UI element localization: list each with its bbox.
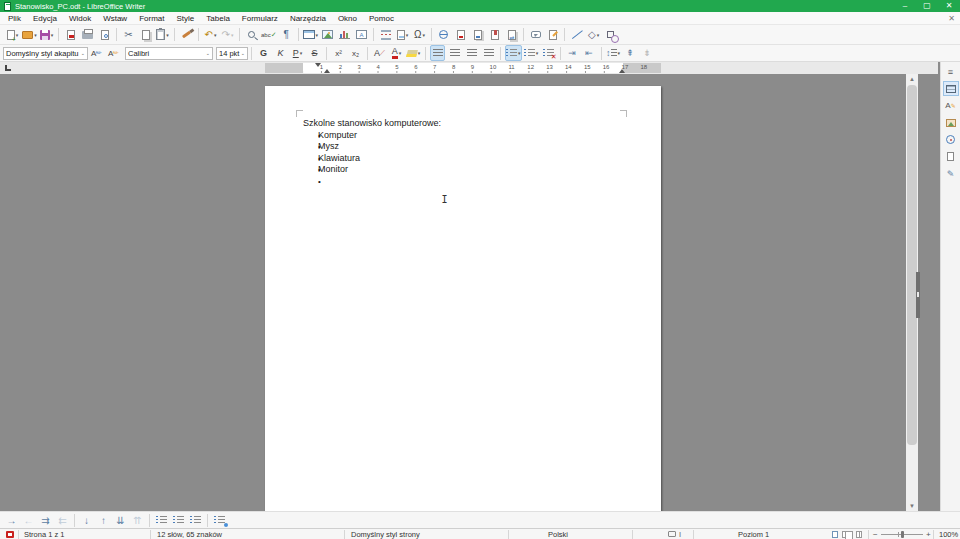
highlight-color-button[interactable]: ▾ bbox=[406, 45, 421, 61]
strikethrough-button[interactable]: S bbox=[307, 45, 322, 61]
increase-indent-button[interactable]: ⇥ bbox=[565, 45, 580, 61]
new-style-button[interactable]: A✎ bbox=[106, 45, 121, 61]
insert-special-character-button[interactable]: Ω▾ bbox=[412, 27, 427, 43]
menu-narzedzia[interactable]: Narzędzia bbox=[284, 12, 332, 25]
insert-image-button[interactable] bbox=[320, 27, 335, 43]
zoom-slider-thumb[interactable] bbox=[901, 531, 904, 538]
minimize-button[interactable]: – bbox=[894, 0, 916, 12]
scroll-up-icon[interactable]: ▲ bbox=[906, 74, 918, 84]
insert-table-button[interactable]: ▾ bbox=[303, 27, 319, 43]
italic-button[interactable]: K bbox=[273, 45, 288, 61]
word-count-status[interactable]: 12 słów, 65 znaków bbox=[157, 530, 222, 539]
print-preview-button[interactable] bbox=[97, 27, 112, 43]
insert-line-button[interactable] bbox=[569, 27, 584, 43]
line-spacing-button[interactable]: ↕▾ bbox=[606, 45, 621, 61]
menu-widok[interactable]: Widok bbox=[63, 12, 97, 25]
clear-formatting-button[interactable]: A⟋ bbox=[372, 45, 387, 61]
copy-button[interactable] bbox=[138, 27, 153, 43]
undo-button[interactable]: ↶▾ bbox=[203, 27, 218, 43]
subscript-button[interactable]: x₂ bbox=[348, 45, 363, 61]
menu-okno[interactable]: Okno bbox=[332, 12, 363, 25]
align-center-button[interactable] bbox=[447, 45, 462, 61]
demote-with-subpoints-button[interactable]: ⇉ bbox=[38, 512, 53, 528]
menu-formularz[interactable]: Formularz bbox=[236, 12, 284, 25]
list-item[interactable]: •Komputer bbox=[303, 130, 625, 142]
clone-formatting-button[interactable] bbox=[179, 27, 194, 43]
insert-page-break-button[interactable] bbox=[378, 27, 393, 43]
superscript-button[interactable]: x² bbox=[331, 45, 346, 61]
no-list-bottom-button[interactable] bbox=[212, 512, 227, 528]
insert-cross-reference-button[interactable]: ⇄ bbox=[504, 27, 519, 43]
first-line-indent-marker[interactable] bbox=[315, 63, 321, 67]
menu-wstaw[interactable]: Wstaw bbox=[97, 12, 133, 25]
align-left-button[interactable] bbox=[430, 45, 445, 61]
scrollbar-thumb[interactable] bbox=[907, 85, 917, 445]
paste-button[interactable]: ▾ bbox=[155, 27, 170, 43]
basic-shapes-button[interactable]: ◇▾ bbox=[586, 27, 601, 43]
insert-footnote-button[interactable] bbox=[453, 27, 468, 43]
list-item[interactable]: •Klawiatura bbox=[303, 153, 625, 165]
update-style-button[interactable]: A✎ bbox=[89, 45, 104, 61]
sidebar-properties-button[interactable] bbox=[943, 81, 959, 96]
document-page[interactable]: Szkolne stanowisko komputerowe: •Kompute… bbox=[265, 86, 661, 511]
menu-format[interactable]: Format bbox=[133, 12, 170, 25]
insert-unnumbered-entry-button[interactable] bbox=[154, 512, 169, 528]
formatting-marks-button[interactable]: ¶ bbox=[279, 27, 294, 43]
bold-button[interactable]: G bbox=[256, 45, 271, 61]
numbered-list-button[interactable]: ▾ bbox=[524, 45, 539, 61]
hanging-indent-marker[interactable] bbox=[324, 69, 330, 73]
page-number-status[interactable]: Strona 1 z 1 bbox=[24, 530, 64, 539]
sidebar-navigator-button[interactable] bbox=[943, 132, 959, 147]
no-list-button[interactable]: ✕ bbox=[541, 45, 556, 61]
cut-button[interactable]: ✂ bbox=[121, 27, 136, 43]
increase-paragraph-spacing-button[interactable]: ⇞ bbox=[623, 45, 638, 61]
promote-outline-level-button[interactable]: ← bbox=[21, 512, 36, 528]
new-document-button[interactable]: +▾ bbox=[5, 27, 20, 43]
sidebar-style-inspector-button[interactable]: ✎ bbox=[943, 166, 959, 181]
scroll-down-icon[interactable]: ▼ bbox=[906, 501, 918, 511]
insert-endnote-button[interactable] bbox=[470, 27, 485, 43]
right-indent-marker[interactable] bbox=[619, 69, 625, 73]
show-draw-functions-button[interactable] bbox=[603, 27, 618, 43]
tab-stop-selector-icon[interactable] bbox=[5, 65, 11, 71]
menu-pomoc[interactable]: Pomoc bbox=[363, 12, 400, 25]
spelling-button[interactable]: abc✓ bbox=[261, 27, 277, 43]
print-button[interactable] bbox=[80, 27, 95, 43]
track-changes-button[interactable] bbox=[545, 27, 560, 43]
font-color-button[interactable]: A▾ bbox=[389, 45, 404, 61]
save-button[interactable]: ▾ bbox=[39, 27, 54, 43]
sidebar-gallery-button[interactable] bbox=[943, 115, 959, 130]
demote-outline-level-button[interactable]: → bbox=[4, 512, 19, 528]
decrease-indent-button[interactable]: ⇤ bbox=[582, 45, 597, 61]
export-pdf-button[interactable] bbox=[63, 27, 78, 43]
promote-with-subpoints-button[interactable]: ⇇ bbox=[55, 512, 70, 528]
insert-chart-button[interactable] bbox=[337, 27, 352, 43]
list-item[interactable]: •Monitor bbox=[303, 164, 625, 176]
sidebar-styles-button[interactable]: A✎ bbox=[943, 98, 959, 113]
move-down-with-subpoints-button[interactable]: ⇊ bbox=[113, 512, 128, 528]
zoom-in-icon[interactable]: + bbox=[926, 530, 931, 539]
insert-text-box-button[interactable]: A bbox=[354, 27, 369, 43]
justify-button[interactable] bbox=[481, 45, 496, 61]
add-to-list-button[interactable] bbox=[188, 512, 203, 528]
close-button[interactable]: ✕ bbox=[938, 0, 960, 12]
book-view-icon[interactable] bbox=[856, 531, 862, 538]
multi-page-view-icon[interactable] bbox=[842, 531, 848, 538]
insert-hyperlink-button[interactable] bbox=[436, 27, 451, 43]
underline-button[interactable]: P▾ bbox=[290, 45, 305, 61]
maximize-button[interactable]: ▢ bbox=[916, 0, 938, 12]
decrease-paragraph-spacing-button[interactable]: ⇟ bbox=[640, 45, 655, 61]
list-item[interactable]: •Mysz bbox=[303, 141, 625, 153]
horizontal-ruler[interactable]: 123456789101112131415161718 bbox=[265, 63, 661, 73]
move-up-button[interactable]: ↑ bbox=[96, 512, 111, 528]
restart-numbering-button[interactable] bbox=[171, 512, 186, 528]
single-page-view-icon[interactable] bbox=[832, 531, 838, 538]
page-style-status[interactable]: Domyślny styl strony bbox=[351, 530, 420, 539]
sidebar-settings-button[interactable]: ≡ bbox=[943, 64, 959, 79]
zoom-out-icon[interactable]: − bbox=[873, 530, 878, 539]
move-down-button[interactable]: ↓ bbox=[79, 512, 94, 528]
font-name-select[interactable]: Calibri⌄ bbox=[125, 47, 213, 60]
menu-plik[interactable]: Plik bbox=[2, 12, 27, 25]
document-modified-icon[interactable] bbox=[6, 531, 14, 538]
font-size-select[interactable]: 14 pkt⌄ bbox=[216, 47, 248, 60]
